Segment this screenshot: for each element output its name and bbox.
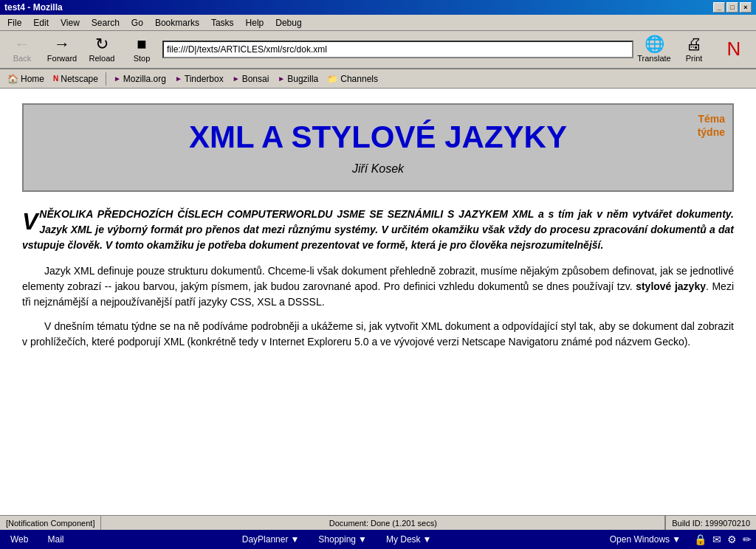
titlebar-title: test4 - Mozilla: [4, 2, 63, 13]
dropdown-arrow-icon: ▼: [672, 534, 681, 545]
menu-edit[interactable]: Edit: [29, 16, 53, 30]
bottom-icons: 🔒 ✉ ⚙ ✏: [694, 534, 752, 545]
build-id-section: Build ID: 1999070210: [665, 516, 756, 530]
arrow-icon: ►: [114, 75, 121, 83]
notification-section: [Notification Component]: [0, 516, 101, 530]
menu-search[interactable]: Search: [87, 16, 124, 30]
forward-icon: →: [54, 36, 70, 52]
home-icon: 🏠: [7, 74, 18, 84]
settings-icon[interactable]: ⚙: [727, 534, 737, 545]
print-icon: 🖨: [686, 36, 702, 52]
arrow-icon: ►: [233, 75, 240, 83]
stop-icon: ■: [137, 36, 146, 52]
menu-tasks[interactable]: Tasks: [207, 16, 238, 30]
bookmark-bugzilla[interactable]: ► Bugzilla: [275, 73, 321, 85]
menu-file[interactable]: File: [3, 16, 26, 30]
channels-icon: 📁: [327, 74, 338, 84]
article-header: Téma týdne XML A STYLOVÉ JAZYKY Jiří Kos…: [22, 103, 734, 192]
url-input[interactable]: [162, 41, 633, 58]
body-paragraph-1: Jazyk XML definuje pouze strukturu dokum…: [22, 263, 734, 310]
tema-badge: Téma týdne: [698, 112, 725, 139]
intro-paragraph: VNĚKOLIKA PŘEDCHOZÍCH ČÍSLECH COMPUTERWO…: [22, 207, 734, 253]
minimize-button[interactable]: _: [713, 2, 725, 13]
address-bar: [162, 41, 633, 58]
bookmark-tinderbox[interactable]: ► Tinderbox: [172, 73, 227, 85]
bookmark-mozilla[interactable]: ► Mozilla.org: [111, 73, 169, 85]
netscape-button[interactable]: N: [715, 32, 753, 66]
menu-bookmarks[interactable]: Bookmarks: [151, 16, 204, 30]
close-button[interactable]: ×: [740, 2, 752, 13]
edit-icon[interactable]: ✏: [743, 534, 752, 545]
menu-view[interactable]: View: [56, 16, 84, 30]
bottom-mail[interactable]: Mail: [41, 533, 69, 546]
reload-icon: ↻: [95, 36, 109, 52]
content-area: Téma týdne XML A STYLOVÉ JAZYKY Jiří Kos…: [0, 89, 756, 515]
bottom-mydesk[interactable]: My Desk ▼: [380, 533, 438, 546]
dropdown-arrow-icon: ▼: [358, 534, 367, 545]
article-author: Jiří Kosek: [38, 162, 718, 176]
bookmark-netscape[interactable]: N Netscape: [50, 73, 101, 85]
menu-go[interactable]: Go: [127, 16, 148, 30]
translate-button[interactable]: 🌐 Translate: [635, 32, 673, 66]
bookmark-bonsai[interactable]: ► Bonsai: [230, 73, 272, 85]
print-button[interactable]: 🖨 Print: [675, 32, 713, 66]
article-title: XML A STYLOVÉ JAZYKY: [38, 120, 718, 155]
forward-button[interactable]: → Forward: [43, 32, 81, 66]
drop-cap: V: [22, 210, 38, 233]
titlebar: test4 - Mozilla _ □ ×: [0, 0, 756, 15]
statusbar: [Notification Component] Document: Done …: [0, 515, 756, 530]
stop-button[interactable]: ■ Stop: [123, 32, 161, 66]
netscape-icon: N: [727, 39, 741, 58]
menu-debug[interactable]: Debug: [271, 16, 306, 30]
security-icon[interactable]: 🔒: [694, 534, 707, 545]
bottom-bar: Web Mail DayPlanner ▼ Shopping ▼ My Desk…: [0, 530, 756, 549]
titlebar-buttons: _ □ ×: [713, 2, 752, 13]
bookmark-home[interactable]: 🏠 Home: [4, 73, 47, 85]
reload-button[interactable]: ↻ Reload: [83, 32, 121, 66]
arrow-icon: ►: [175, 75, 182, 83]
bottom-shopping[interactable]: Shopping ▼: [312, 533, 373, 546]
menubar: File Edit View Search Go Bookmarks Tasks…: [0, 15, 756, 31]
dropdown-arrow-icon: ▼: [290, 534, 299, 545]
bm-separator: [106, 72, 106, 86]
bottom-web[interactable]: Web: [4, 533, 34, 546]
bookmarks-bar: 🏠 Home N Netscape ► Mozilla.org ► Tinder…: [0, 69, 756, 89]
document-status-section: Document: Done (1.201 secs): [101, 516, 665, 530]
dropdown-arrow-icon: ▼: [423, 534, 432, 545]
arrow-icon: ►: [278, 75, 285, 83]
back-icon: ←: [14, 36, 30, 52]
mail-icon[interactable]: ✉: [712, 534, 721, 545]
body-paragraph-2: V dnešním tématu týdne se na ně podíváme…: [22, 319, 734, 350]
article-body: VNĚKOLIKA PŘEDCHOZÍCH ČÍSLECH COMPUTERWO…: [22, 207, 734, 350]
menu-help[interactable]: Help: [241, 16, 269, 30]
bottom-dayplanner[interactable]: DayPlanner ▼: [236, 533, 306, 546]
toolbar: ← Back → Forward ↻ Reload ■ Stop 🌐 Trans…: [0, 31, 756, 69]
translate-icon: 🌐: [645, 36, 664, 52]
bottom-openwindows[interactable]: Open Windows ▼: [604, 533, 687, 546]
back-button[interactable]: ← Back: [3, 32, 41, 66]
netscape-bm-icon: N: [53, 75, 58, 83]
maximize-button[interactable]: □: [726, 2, 738, 13]
bookmark-channels[interactable]: 📁 Channels: [324, 73, 381, 85]
